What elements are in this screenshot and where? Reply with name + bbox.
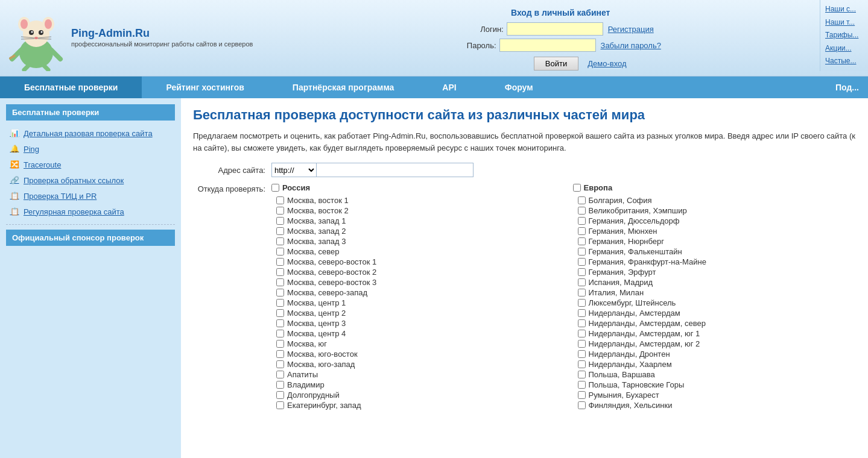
- sidebar-ping[interactable]: 🔔 Ping: [6, 141, 175, 157]
- nav-api[interactable]: API: [418, 77, 480, 98]
- checkbox-eu-20[interactable]: [578, 391, 586, 399]
- checkbox-eu-5[interactable]: [578, 237, 586, 245]
- list-item: Москва, юго-восток: [271, 349, 555, 359]
- regular-check-icon: 📋: [9, 206, 20, 217]
- list-item: Москва, центр 3: [271, 318, 555, 328]
- checkbox-eu-14[interactable]: [578, 330, 586, 337]
- list-item: Германия, Мюнхен: [573, 226, 857, 236]
- nav-forum[interactable]: Форум: [481, 77, 557, 98]
- checkbox-ru-16[interactable]: [276, 350, 284, 358]
- list-item: Испания, Мадрид: [573, 277, 857, 287]
- login-button[interactable]: Войти: [534, 57, 578, 71]
- password-label: Пароль:: [460, 41, 496, 50]
- list-item: Москва, северо-восток 1: [271, 257, 555, 267]
- checkbox-ru-3[interactable]: [276, 217, 284, 225]
- checkbox-ru-18[interactable]: [276, 371, 284, 378]
- login-input[interactable]: [507, 22, 603, 36]
- checkbox-ru-2[interactable]: [276, 207, 284, 215]
- sidebar-detailed-check[interactable]: 📊 Детальная разовая проверка сайта: [6, 125, 175, 141]
- checkbox-ru-15[interactable]: [276, 340, 284, 348]
- forgot-link[interactable]: Забыли пароль?: [601, 41, 661, 50]
- sidebar-backlinks[interactable]: 🔗 Проверка обратных ссылок: [6, 172, 175, 188]
- list-item: Германия, Дюссельдорф: [573, 216, 857, 226]
- checkbox-ru-13[interactable]: [276, 319, 284, 327]
- list-item: Польша, Тарновские Горы: [573, 380, 857, 390]
- nav-more[interactable]: Под...: [811, 77, 868, 98]
- checkbox-ru-5[interactable]: [276, 237, 284, 245]
- list-item: Москва, запад 3: [271, 236, 555, 246]
- svg-line-18: [43, 65, 48, 70]
- checkbox-eu-11[interactable]: [578, 299, 586, 307]
- list-item: Москва, северо-запад: [271, 287, 555, 298]
- svg-point-4: [21, 19, 28, 29]
- nav-free-checks[interactable]: Бесплатные проверки: [0, 77, 142, 98]
- checkbox-eu-8[interactable]: [578, 268, 586, 276]
- sidebar-regular-check[interactable]: 📋 Регулярная проверка сайта: [6, 204, 175, 219]
- checkbox-ru-12[interactable]: [276, 309, 284, 317]
- checkbox-ru-1[interactable]: [276, 196, 284, 204]
- checkbox-eu-9[interactable]: [578, 278, 586, 286]
- right-link-4[interactable]: Акции...: [825, 42, 863, 55]
- nav-partner[interactable]: Партнёрская программа: [268, 77, 419, 98]
- right-link-3[interactable]: Тарифы...: [825, 29, 863, 42]
- checkbox-eu-16[interactable]: [578, 350, 586, 358]
- checkbox-eu-7[interactable]: [578, 258, 586, 266]
- checkbox-ru-14[interactable]: [276, 330, 284, 337]
- checkbox-eu-3[interactable]: [578, 217, 586, 225]
- list-item: Москва, запад 1: [271, 216, 555, 226]
- site-address-input[interactable]: [317, 163, 474, 177]
- list-item: Москва, юг: [271, 339, 555, 349]
- checkbox-ru-9[interactable]: [276, 278, 284, 286]
- checkbox-eu-6[interactable]: [578, 248, 586, 256]
- checkbox-eu-17[interactable]: [578, 360, 586, 368]
- backlinks-icon: 🔗: [9, 175, 20, 186]
- checkbox-eu-1[interactable]: [578, 196, 586, 204]
- list-item: Екатеринбург, запад: [271, 400, 555, 410]
- russia-all-checkbox[interactable]: [271, 184, 279, 192]
- sidebar-tic-pr[interactable]: 📋 Проверка ТИЦ и PR: [6, 188, 175, 204]
- protocol-select[interactable]: http:// https:// ftp://: [271, 163, 317, 177]
- checkbox-eu-15[interactable]: [578, 340, 586, 348]
- password-input[interactable]: [499, 39, 596, 52]
- checkbox-ru-4[interactable]: [276, 227, 284, 235]
- svg-point-9: [41, 31, 43, 33]
- checkbox-eu-13[interactable]: [578, 319, 586, 327]
- list-item: Москва, восток 2: [271, 205, 555, 216]
- checkbox-eu-19[interactable]: [578, 381, 586, 389]
- nav-hosting-rating[interactable]: Рейтинг хостингов: [142, 77, 268, 98]
- checkbox-ru-19[interactable]: [276, 381, 284, 389]
- checkbox-ru-8[interactable]: [276, 268, 284, 276]
- checkbox-ru-6[interactable]: [276, 248, 284, 256]
- checkbox-eu-18[interactable]: [578, 371, 586, 378]
- login-label: Логин:: [467, 25, 504, 34]
- checkbox-ru-20[interactable]: [276, 391, 284, 399]
- right-link-1[interactable]: Наши с...: [825, 3, 863, 16]
- checkbox-eu-2[interactable]: [578, 207, 586, 215]
- list-item: Нидерланды, Хаарлем: [573, 359, 857, 369]
- checkbox-ru-11[interactable]: [276, 299, 284, 307]
- register-link[interactable]: Регистрация: [608, 25, 654, 34]
- checkbox-ru-21[interactable]: [276, 401, 284, 409]
- list-item: Москва, восток 1: [271, 195, 555, 205]
- europe-all-checkbox[interactable]: [573, 184, 581, 192]
- site-subtitle: профессиональный мониторинг работы сайто…: [71, 40, 253, 49]
- checkbox-ru-17[interactable]: [276, 360, 284, 368]
- checkbox-ru-7[interactable]: [276, 258, 284, 266]
- europe-column: Европа Болгария, София Великобритания, Х…: [573, 183, 857, 410]
- checkbox-ru-10[interactable]: [276, 289, 284, 296]
- right-link-5[interactable]: Частые...: [825, 55, 863, 68]
- demo-link[interactable]: Демо-вход: [588, 59, 626, 68]
- list-item: Италия, Милан: [573, 287, 857, 298]
- ping-icon: 🔔: [9, 143, 20, 154]
- checkbox-eu-4[interactable]: [578, 227, 586, 235]
- right-link-2[interactable]: Наши т...: [825, 16, 863, 30]
- checkbox-eu-21[interactable]: [578, 401, 586, 409]
- sidebar-traceroute[interactable]: 🔀 Traceroute: [6, 157, 175, 172]
- sidebar-sponsor: Официальный спонсор проверок: [6, 230, 175, 246]
- sidebar-title: Бесплатные проверки: [6, 104, 175, 121]
- navbar: Бесплатные проверки Рейтинг хостингов Па…: [0, 77, 868, 98]
- checkbox-eu-10[interactable]: [578, 289, 586, 296]
- list-item: Нидерланды, Амстердам, юг 2: [573, 339, 857, 349]
- checkbox-eu-12[interactable]: [578, 309, 586, 317]
- list-item: Москва, северо-восток 2: [271, 267, 555, 277]
